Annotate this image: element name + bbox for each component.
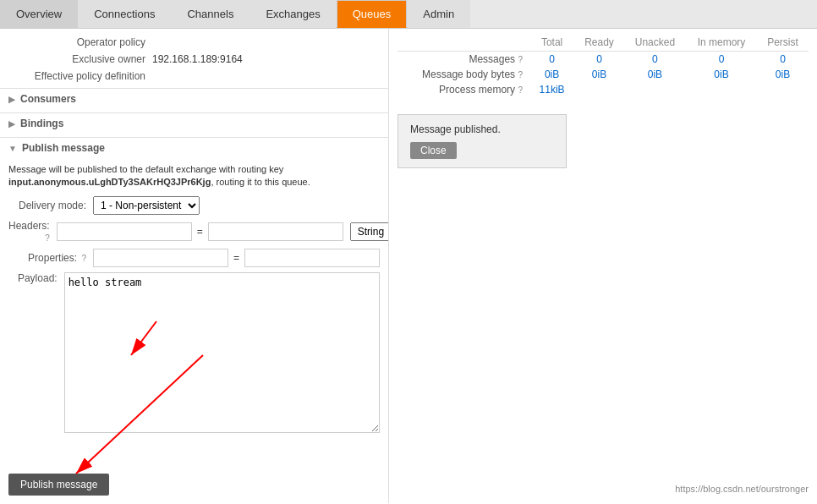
messages-row: Messages ? 0 0 0 0 0 [398,52,809,68]
bindings-section[interactable]: ▶ Bindings [0,112,388,134]
consumers-arrow-icon: ▶ [8,95,15,104]
col-ready: Ready [574,34,624,52]
effective-policy-label: Effective policy definition [8,70,152,82]
footer-url: https://blog.csdn.net/ourstronger [675,484,809,494]
publish-section-header[interactable]: ▼ Publish message [0,137,388,158]
bindings-label: Bindings [20,118,63,129]
right-panel: Total Ready Unacked In memory Persist Me… [389,29,817,503]
consumers-section[interactable]: ▶ Consumers [0,88,388,109]
headers-help-icon[interactable]: ? [45,233,50,243]
exclusive-owner-row: Exclusive owner 192.168.1.189:9164 [0,51,388,68]
consumers-label: Consumers [20,93,76,105]
close-button[interactable]: Close [410,142,457,159]
messages-total: 0 [529,52,574,68]
process-memory-ready [574,82,624,97]
notification-message: Message published. [410,123,554,135]
nav-tabs: Overview Connections Channels Exchanges … [0,0,817,29]
delivery-mode-select[interactable]: 1 - Non-persistent 2 - Persistent [93,196,200,215]
exclusive-owner-value: 192.168.1.189:9164 [152,53,243,65]
payload-label: Payload: [8,272,64,284]
publish-title: Publish message [22,142,105,154]
publish-form: Message will be published to the default… [0,158,388,443]
headers-row: Headers: ? = String Number Boolean [8,220,380,244]
process-memory-label: Process memory ? [398,82,529,97]
tab-connections[interactable]: Connections [78,0,171,28]
main-content: Operator policy Exclusive owner 192.168.… [0,29,817,503]
properties-row: Properties: ? = [8,249,380,267]
tab-queues[interactable]: Queues [337,0,408,28]
tab-admin[interactable]: Admin [407,0,470,28]
headers-label: Headers: ? [8,220,57,244]
body-bytes-ready: 0iB [574,67,624,82]
headers-value-input[interactable] [208,222,343,241]
exclusive-owner-label: Exclusive owner [8,53,152,65]
operator-policy-row: Operator policy [0,34,388,51]
tab-overview[interactable]: Overview [0,0,78,28]
effective-policy-row: Effective policy definition [0,68,388,85]
publish-note-suffix: , routing it to this queue. [211,177,310,187]
routing-key: input.anonymous.uLghDTy3SAKrHQ3JPr6Kjg [8,177,211,187]
messages-label: Messages ? [398,52,529,68]
properties-value-input[interactable] [244,249,380,267]
body-bytes-inmemory: 0iB [686,67,757,82]
tab-exchanges[interactable]: Exchanges [249,0,336,28]
messages-ready: 0 [574,52,624,68]
properties-equals: = [233,252,239,264]
col-unacked: Unacked [624,34,686,52]
body-bytes-row: Message body bytes ? 0iB 0iB 0iB 0iB 0iB [398,67,809,82]
body-bytes-label: Message body bytes ? [398,67,529,82]
publish-note-prefix: Message will be published to the default… [8,164,283,174]
properties-key-input[interactable] [93,249,228,267]
publish-arrow-icon: ▼ [8,144,17,153]
process-memory-unacked [624,82,686,97]
properties-help-icon[interactable]: ? [81,254,86,263]
col-empty [398,34,529,52]
bindings-arrow-icon: ▶ [8,119,15,129]
headers-equals: = [197,226,203,238]
properties-label: Properties: ? [8,252,93,264]
col-inmemory: In memory [686,34,757,52]
publish-message-button[interactable]: Publish message [8,474,109,496]
process-memory-value: 11kiB [529,82,574,97]
process-memory-row: Process memory ? 11kiB [398,82,809,97]
col-persist: Persist [757,34,809,52]
headers-type-select[interactable]: String Number Boolean [350,222,389,241]
body-bytes-persist: 0iB [757,67,809,82]
messages-persist: 0 [757,52,809,68]
delivery-mode-row: Delivery mode: 1 - Non-persistent 2 - Pe… [8,196,380,215]
col-total: Total [529,34,574,52]
left-panel: Operator policy Exclusive owner 192.168.… [0,29,389,503]
body-bytes-unacked: 0iB [624,67,686,82]
payload-row: Payload: hello stream [8,272,380,433]
stats-table: Total Ready Unacked In memory Persist Me… [398,34,809,97]
body-bytes-total: 0iB [529,67,574,82]
headers-key-input[interactable] [57,222,192,241]
operator-policy-label: Operator policy [8,36,152,48]
process-memory-inmemory [686,82,757,97]
notification-box: Message published. Close [398,114,567,168]
payload-textarea[interactable]: hello stream [64,272,380,433]
publish-note: Message will be published to the default… [8,163,380,189]
messages-inmemory: 0 [686,52,757,68]
delivery-mode-label: Delivery mode: [8,200,93,211]
tab-channels[interactable]: Channels [171,0,249,28]
process-memory-persist [757,82,809,97]
messages-unacked: 0 [624,52,686,68]
